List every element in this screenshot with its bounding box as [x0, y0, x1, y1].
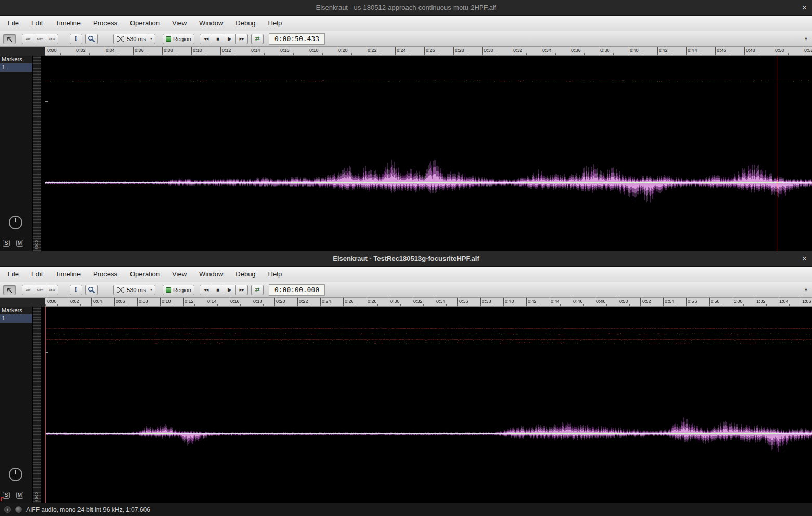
- menu-help[interactable]: Help: [262, 267, 289, 282]
- waveform-area: [45, 56, 812, 251]
- toolbar: Ins Ovr Mix I 530 ms ▾ Region ◀◀ ■ ▶ ▶▶: [0, 282, 812, 298]
- selection-start-marker: [1, 497, 4, 501]
- window-title: Eisenkraut - us-180512-approach-continuo…: [316, 4, 496, 11]
- panel-divider: [42, 56, 45, 251]
- window-corner-icon[interactable]: ▼: [804, 287, 808, 293]
- channel-buttons: S M: [3, 240, 23, 247]
- region-dropdown[interactable]: Region: [163, 285, 194, 295]
- waveform-canvas[interactable]: [45, 56, 812, 251]
- edit-mode-overwrite-button[interactable]: Ovr: [34, 285, 46, 295]
- ibeam-tool-button[interactable]: I: [70, 285, 82, 295]
- status-bar: i AIFF audio, mono 24-bit int 96 kHz, 1:…: [0, 503, 812, 516]
- menubar: File Edit Timeline Process Operation Vie…: [0, 16, 812, 31]
- marker-item[interactable]: 1: [0, 63, 32, 72]
- blend-value: 530 ms: [127, 36, 146, 42]
- menu-file[interactable]: File: [2, 267, 25, 282]
- magnifier-icon: [88, 286, 95, 294]
- loop-button[interactable]: ⇄: [251, 34, 264, 44]
- stop-button[interactable]: ■: [212, 34, 224, 44]
- play-button[interactable]: ▶: [224, 34, 236, 44]
- menu-window[interactable]: Window: [193, 267, 229, 282]
- marker-item[interactable]: 1: [0, 314, 32, 323]
- mute-button[interactable]: M: [16, 492, 23, 499]
- waveform-area: [45, 307, 812, 503]
- editor-area: Markers 1 S M 8000: [0, 56, 812, 251]
- menu-window[interactable]: Window: [193, 16, 229, 31]
- vertical-zoom-scrollbar[interactable]: 8000: [32, 307, 42, 503]
- status-text: AIFF audio, mono 24-bit int 96 kHz, 1:07…: [26, 506, 150, 513]
- region-icon: [166, 287, 171, 293]
- loop-icon: ⇄: [255, 36, 259, 42]
- region-dropdown[interactable]: Region: [163, 34, 194, 44]
- crossfade-icon: [116, 287, 125, 293]
- edit-mode-insert-button[interactable]: Ins: [22, 34, 34, 44]
- menu-debug[interactable]: Debug: [229, 16, 261, 31]
- activity-icon: [15, 506, 22, 513]
- menu-process[interactable]: Process: [87, 267, 124, 282]
- timeline-ruler[interactable]: 0:000:020:040:060:080:100:120:140:160:18…: [45, 47, 812, 56]
- waveform-canvas[interactable]: [45, 307, 812, 503]
- solo-button[interactable]: S: [3, 492, 10, 499]
- menu-debug[interactable]: Debug: [229, 267, 261, 282]
- rewind-icon: ◀◀: [204, 37, 208, 41]
- time-display[interactable]: 0:00:00.000: [269, 284, 325, 296]
- crossfade-icon: [116, 36, 125, 42]
- rewind-button[interactable]: ◀◀: [200, 285, 212, 295]
- panel-divider: [42, 307, 45, 503]
- menu-operation[interactable]: Operation: [124, 267, 166, 282]
- zoom-tool-button[interactable]: [85, 285, 98, 295]
- vertical-axis-label: 8000: [35, 492, 38, 502]
- ruler-row: 0:000:020:040:060:080:100:120:140:160:18…: [0, 298, 812, 307]
- menu-help[interactable]: Help: [262, 16, 289, 31]
- edit-mode-mix-button[interactable]: Mix: [46, 34, 58, 44]
- fast-forward-button[interactable]: ▶▶: [235, 285, 248, 295]
- menu-timeline[interactable]: Timeline: [49, 16, 87, 31]
- markers-header: Markers: [0, 307, 32, 314]
- edit-mode-mix-button[interactable]: Mix: [46, 285, 58, 295]
- ibeam-tool-button[interactable]: I: [70, 34, 82, 44]
- pointer-tool-button[interactable]: [3, 285, 16, 295]
- edit-mode-overwrite-label: Ovr: [37, 37, 43, 41]
- window-bottom: Eisenkraut - TestRec180513g-focusriteHPF…: [0, 251, 812, 503]
- menu-process[interactable]: Process: [87, 16, 124, 31]
- solo-button[interactable]: S: [3, 240, 10, 247]
- blend-dropdown[interactable]: 530 ms ▾: [113, 285, 155, 295]
- menu-timeline[interactable]: Timeline: [49, 267, 87, 282]
- mute-button[interactable]: M: [16, 240, 23, 247]
- ruler-spacer: [0, 47, 45, 56]
- fast-forward-button[interactable]: ▶▶: [235, 34, 248, 44]
- menu-view[interactable]: View: [166, 267, 193, 282]
- pointer-tool-button[interactable]: [3, 34, 16, 44]
- edit-mode-mix-label: Mix: [49, 37, 55, 41]
- vertical-zoom-scrollbar[interactable]: 8000: [32, 56, 42, 251]
- pointer-icon: [6, 35, 13, 43]
- gain-knob[interactable]: [9, 216, 22, 229]
- menu-edit[interactable]: Edit: [25, 267, 49, 282]
- zoom-tool-button[interactable]: [85, 34, 98, 44]
- vertical-axis-label: 8000: [35, 240, 38, 250]
- play-button[interactable]: ▶: [224, 285, 236, 295]
- menu-operation[interactable]: Operation: [124, 16, 166, 31]
- menu-file[interactable]: File: [2, 16, 25, 31]
- timeline-ruler[interactable]: 0:000:020:040:060:080:100:120:140:160:18…: [45, 298, 812, 307]
- ibeam-icon: I: [75, 286, 77, 294]
- close-icon[interactable]: ×: [802, 255, 807, 263]
- close-icon[interactable]: ×: [802, 4, 807, 12]
- gain-knob[interactable]: [9, 468, 22, 481]
- fast-forward-icon: ▶▶: [240, 37, 244, 41]
- menu-view[interactable]: View: [166, 16, 193, 31]
- rewind-button[interactable]: ◀◀: [200, 34, 212, 44]
- loop-button[interactable]: ⇄: [251, 285, 264, 295]
- edit-mode-insert-button[interactable]: Ins: [22, 285, 34, 295]
- fast-forward-icon: ▶▶: [240, 288, 244, 292]
- info-icon[interactable]: i: [4, 506, 11, 513]
- window-top: Eisenkraut - us-180512-approach-continuo…: [0, 0, 812, 251]
- time-display[interactable]: 0:00:50.433: [269, 33, 325, 45]
- window-corner-icon[interactable]: ▼: [804, 36, 808, 42]
- stop-button[interactable]: ■: [212, 285, 224, 295]
- region-label: Region: [173, 36, 191, 42]
- menu-edit[interactable]: Edit: [25, 16, 49, 31]
- edit-mode-overwrite-button[interactable]: Ovr: [34, 34, 46, 44]
- blend-dropdown[interactable]: 530 ms ▾: [113, 34, 155, 44]
- amplitude-tick: [45, 352, 48, 353]
